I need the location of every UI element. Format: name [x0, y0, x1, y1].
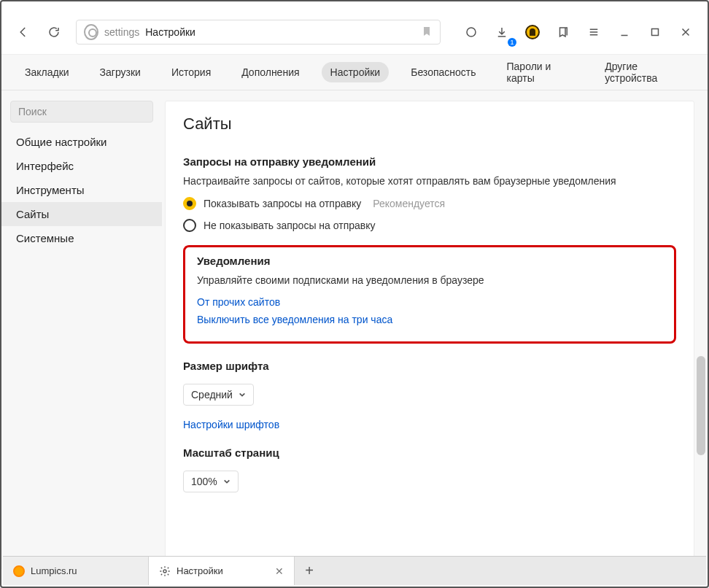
- radio-icon: [183, 219, 196, 232]
- tab-addons[interactable]: Дополнения: [233, 62, 308, 82]
- downloads-button[interactable]: 1: [489, 19, 515, 45]
- select-value: Средний: [191, 389, 233, 401]
- bookmark-icon[interactable]: [421, 26, 433, 39]
- sidebar-item-general[interactable]: Общие настройки: [1, 130, 162, 154]
- settings-nav: Закладки Загрузки История Дополнения Нас…: [1, 54, 708, 90]
- tab-downloads[interactable]: Загрузки: [91, 62, 150, 82]
- new-tab-button[interactable]: +: [295, 557, 324, 585]
- site-logo-icon: [84, 25, 98, 39]
- radio-show-requests[interactable]: Показывать запросы на отправку Рекоменду…: [183, 197, 676, 210]
- link-disable-3h[interactable]: Выключить все уведомления на три часа: [197, 314, 662, 325]
- page-title: Сайты: [183, 115, 676, 134]
- font-size-select[interactable]: Средний: [183, 384, 254, 406]
- notifications-section-highlight: Уведомления Управляйте своими подписками…: [183, 245, 676, 344]
- tab-bookmarks[interactable]: Закладки: [16, 62, 78, 82]
- svg-rect-1: [652, 29, 659, 36]
- section-requests-desc: Настраивайте запросы от сайтов, которые …: [183, 175, 676, 187]
- sidebar-item-sites[interactable]: Сайты: [1, 202, 162, 226]
- tab-history[interactable]: История: [163, 62, 220, 82]
- tab-passwords[interactable]: Пароли и карты: [498, 56, 584, 88]
- radio-label: Показывать запросы на отправку: [204, 198, 361, 209]
- address-bar[interactable]: settings Настройки: [76, 20, 441, 45]
- search-placeholder: Поиск: [18, 106, 47, 117]
- menu-icon[interactable]: [581, 19, 607, 45]
- browser-tab-lumpics[interactable]: Lumpics.ru: [3, 557, 149, 585]
- tab-label: Настройки: [177, 565, 223, 576]
- browser-tabstrip: Lumpics.ru Настройки ✕ +: [3, 556, 706, 585]
- tab-devices[interactable]: Другие устройства: [596, 56, 693, 88]
- close-icon[interactable]: ✕: [275, 565, 284, 577]
- sidebar-item-tools[interactable]: Инструменты: [1, 178, 162, 202]
- section-notifications-desc: Управляйте своими подписками на уведомле…: [197, 274, 662, 286]
- favicon-icon: [13, 565, 25, 577]
- page-scale-select[interactable]: 100%: [183, 471, 239, 492]
- chevron-down-icon: [239, 391, 246, 398]
- extension-icon[interactable]: [519, 19, 546, 45]
- link-other-sites[interactable]: От прочих сайтов: [197, 296, 662, 308]
- address-host: settings: [104, 26, 139, 38]
- chevron-down-icon: [223, 478, 230, 485]
- scrollbar[interactable]: [697, 356, 705, 455]
- content-panel: Сайты Запросы на отправку уведомлений На…: [165, 101, 694, 579]
- section-font-title: Размер шрифта: [183, 360, 676, 372]
- window-close-icon[interactable]: [673, 19, 699, 45]
- window-minimize-icon[interactable]: [611, 19, 638, 45]
- select-value: 100%: [191, 476, 217, 487]
- svg-point-2: [163, 570, 166, 573]
- radio-hide-requests[interactable]: Не показывать запросы на отправку: [183, 219, 676, 232]
- search-input[interactable]: Поиск: [10, 101, 153, 123]
- radio-icon: [183, 197, 196, 210]
- tab-label: Lumpics.ru: [31, 565, 77, 576]
- sidebar-item-system[interactable]: Системные: [1, 226, 162, 250]
- link-font-settings[interactable]: Настройки шрифтов: [183, 419, 676, 430]
- alice-icon[interactable]: [458, 19, 484, 45]
- downloads-badge: 1: [508, 38, 516, 47]
- window-maximize-icon[interactable]: [642, 19, 668, 45]
- radio-label: Не показывать запросы на отправку: [204, 220, 376, 231]
- sidebar-item-interface[interactable]: Интерфейс: [1, 154, 162, 178]
- section-scale-title: Масштаб страниц: [183, 446, 676, 459]
- main-area: Поиск Общие настройки Интерфейс Инструме…: [1, 90, 708, 569]
- address-title: Настройки: [145, 26, 195, 38]
- tab-security[interactable]: Безопасность: [402, 62, 484, 82]
- tab-settings[interactable]: Настройки: [322, 62, 390, 82]
- back-button[interactable]: [10, 19, 36, 45]
- svg-point-0: [467, 28, 476, 36]
- sidebar: Поиск Общие настройки Интерфейс Инструме…: [1, 90, 162, 569]
- radio-hint: Рекомендуется: [373, 198, 445, 209]
- section-requests-title: Запросы на отправку уведомлений: [183, 155, 676, 168]
- collections-icon[interactable]: [550, 19, 576, 45]
- browser-tab-settings[interactable]: Настройки ✕: [149, 557, 295, 585]
- section-notifications-title: Уведомления: [197, 255, 662, 267]
- gear-icon: [159, 565, 171, 577]
- browser-toolbar: settings Настройки 1: [1, 15, 708, 50]
- reload-button[interactable]: [41, 19, 67, 45]
